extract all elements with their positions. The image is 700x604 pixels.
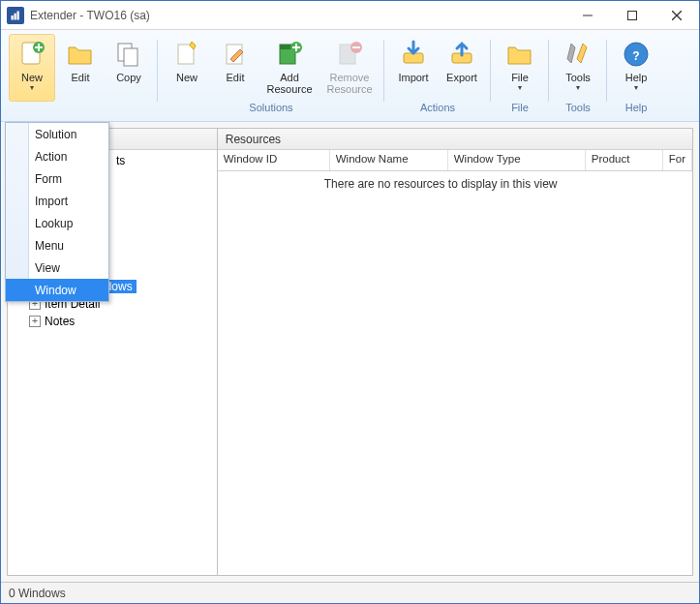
column-headers: Window ID Window Name Window Type Produc… bbox=[218, 150, 692, 171]
maximize-button[interactable] bbox=[610, 1, 654, 30]
empty-message: There are no resources to display in thi… bbox=[324, 177, 558, 191]
copy-button[interactable]: Copy bbox=[106, 34, 152, 102]
export-icon bbox=[446, 39, 477, 70]
col-window-type[interactable]: Window Type bbox=[448, 150, 586, 170]
svg-rect-2 bbox=[17, 11, 19, 19]
svg-text:?: ? bbox=[632, 49, 639, 63]
tree-node-label: Notes bbox=[43, 315, 76, 328]
file-button[interactable]: File ▾ bbox=[497, 34, 543, 102]
menu-item-action[interactable]: Action bbox=[6, 145, 108, 167]
menu-item-view[interactable]: View bbox=[6, 257, 108, 279]
svg-rect-1 bbox=[15, 13, 16, 19]
menu-item-lookup[interactable]: Lookup bbox=[6, 212, 108, 234]
group-solutions-label: Solutions bbox=[249, 102, 292, 113]
menu-item-window[interactable]: Window bbox=[6, 279, 108, 301]
resources-header: Resources bbox=[218, 129, 692, 150]
folder-icon bbox=[65, 39, 96, 70]
new-page-icon bbox=[16, 39, 47, 70]
edit-doc-icon bbox=[220, 39, 251, 70]
tools-icon bbox=[563, 39, 593, 70]
remove-resource-icon bbox=[334, 39, 365, 70]
file-label: File bbox=[511, 72, 529, 83]
minimize-button[interactable] bbox=[565, 1, 610, 30]
add-resource-icon bbox=[274, 39, 305, 70]
solutions-new-button[interactable]: New bbox=[164, 34, 210, 102]
menu-item-form[interactable]: Form bbox=[6, 167, 108, 190]
chevron-down-icon: ▾ bbox=[576, 83, 580, 92]
group-tools-label: Tools bbox=[565, 102, 591, 113]
chevron-down-icon: ▾ bbox=[518, 83, 522, 92]
solutions-new-label: New bbox=[176, 72, 198, 83]
copy-label: Copy bbox=[116, 72, 141, 83]
export-label: Export bbox=[446, 72, 477, 83]
menu-item-solution[interactable]: Solution bbox=[6, 123, 108, 145]
export-button[interactable]: Export bbox=[439, 34, 485, 102]
status-text: 0 Windows bbox=[9, 587, 66, 600]
ribbon-group-tools: Tools ▾ Tools bbox=[549, 34, 607, 121]
solutions-edit-button[interactable]: Edit bbox=[212, 34, 259, 102]
app-window: Extender - TWO16 (sa) New ▾ Edit Copy bbox=[0, 0, 700, 604]
col-product[interactable]: Product bbox=[586, 150, 663, 170]
ribbon-group-solutions: New Edit Add Resource Remove Resource So… bbox=[158, 34, 384, 121]
svg-rect-12 bbox=[124, 48, 137, 66]
edit-button[interactable]: Edit bbox=[57, 34, 104, 102]
svg-point-21 bbox=[350, 42, 362, 53]
chevron-down-icon: ▾ bbox=[634, 83, 638, 92]
import-button[interactable]: Import bbox=[390, 34, 437, 102]
svg-rect-0 bbox=[12, 15, 14, 20]
col-window-id[interactable]: Window ID bbox=[218, 150, 330, 170]
title-bar: Extender - TWO16 (sa) bbox=[1, 1, 699, 30]
window-title: Extender - TWO16 (sa) bbox=[30, 9, 150, 22]
grid-body: There are no resources to display in thi… bbox=[218, 171, 692, 575]
group-file-label: File bbox=[511, 102, 529, 113]
ribbon-toolbar: New ▾ Edit Copy New bbox=[1, 30, 699, 122]
help-icon: ? bbox=[621, 39, 652, 70]
import-icon bbox=[398, 39, 429, 70]
group-actions-label: Actions bbox=[420, 102, 455, 113]
remove-resource-label: Remove Resource bbox=[321, 72, 378, 95]
menu-item-import[interactable]: Import bbox=[6, 190, 108, 212]
menu-item-menu[interactable]: Menu bbox=[6, 234, 108, 257]
solutions-edit-label: Edit bbox=[227, 72, 245, 83]
chevron-down-icon: ▾ bbox=[30, 83, 34, 92]
tools-label: Tools bbox=[565, 72, 591, 83]
copy-icon bbox=[113, 39, 144, 70]
resources-panel: Resources Window ID Window Name Window T… bbox=[218, 128, 693, 576]
ribbon-group-main: New ▾ Edit Copy bbox=[3, 34, 158, 121]
new-label: New bbox=[21, 72, 43, 83]
import-label: Import bbox=[398, 72, 428, 83]
tools-button[interactable]: Tools ▾ bbox=[555, 34, 601, 102]
col-for[interactable]: For bbox=[663, 150, 692, 170]
svg-rect-20 bbox=[340, 45, 355, 64]
ribbon-group-file: File ▾ File bbox=[491, 34, 549, 121]
close-button[interactable] bbox=[654, 1, 699, 30]
help-label: Help bbox=[625, 72, 648, 83]
tree-node-notes[interactable]: + Notes bbox=[8, 313, 217, 330]
add-resource-button[interactable]: Add Resource bbox=[260, 34, 319, 102]
new-button[interactable]: New ▾ bbox=[9, 34, 55, 102]
app-icon bbox=[7, 7, 24, 24]
svg-rect-4 bbox=[628, 11, 637, 19]
ribbon-group-actions: Import Export Actions bbox=[384, 34, 491, 121]
group-help-label: Help bbox=[625, 102, 648, 113]
new-dropdown-menu: SolutionActionFormImportLookupMenuViewWi… bbox=[5, 122, 109, 302]
new-doc-icon bbox=[171, 39, 202, 70]
col-window-name[interactable]: Window Name bbox=[330, 150, 448, 170]
remove-resource-button[interactable]: Remove Resource bbox=[320, 34, 379, 102]
folder-open-icon bbox=[504, 39, 535, 70]
ribbon-group-help: ? Help ▾ Help bbox=[607, 34, 665, 121]
expand-icon[interactable]: + bbox=[29, 316, 41, 327]
help-button[interactable]: ? Help ▾ bbox=[613, 34, 659, 102]
status-bar: 0 Windows bbox=[1, 582, 699, 603]
edit-label: Edit bbox=[72, 72, 90, 83]
add-resource-label: Add Resource bbox=[261, 72, 318, 95]
